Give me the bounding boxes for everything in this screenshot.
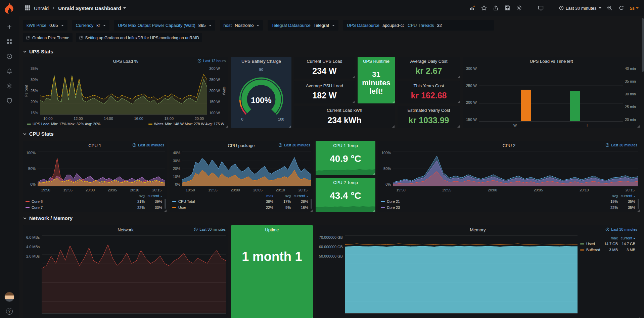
- panel-header[interactable]: Estimated Yearly Cost: [398, 106, 460, 115]
- legend-col-header[interactable]: avg: [127, 194, 145, 198]
- save-icon[interactable]: [504, 5, 511, 11]
- series-name[interactable]: Watts: [154, 122, 164, 126]
- panel-header[interactable]: UPS Load % Last 12 hours: [23, 57, 228, 65]
- apps-grid-icon[interactable]: [24, 5, 31, 11]
- legend-scrollbar[interactable]: [311, 199, 312, 209]
- cpu-package-chart[interactable]: [182, 151, 311, 186]
- series-name[interactable]: Core 21: [387, 199, 600, 203]
- panel-header[interactable]: CPU 1 Temp: [316, 141, 375, 150]
- alerting-bell-icon[interactable]: [6, 68, 13, 75]
- panel-header[interactable]: CPU 2 Temp: [316, 178, 375, 187]
- legend-row[interactable]: Core 23 22% 35%: [381, 205, 635, 211]
- panel-time-badge[interactable]: Last 30 minutes: [132, 143, 164, 147]
- memory-chart[interactable]: [345, 235, 578, 313]
- variable-value[interactable]: kr: [96, 23, 100, 28]
- plot-area[interactable]: [42, 235, 226, 314]
- dashboards-icon[interactable]: [6, 38, 13, 45]
- cpu-threads-input[interactable]: 32: [437, 23, 490, 28]
- legend-col-header[interactable]: avg: [600, 194, 618, 198]
- panel-title[interactable]: Uptime: [265, 227, 279, 232]
- panel-header[interactable]: Network Last 30 minutes: [23, 225, 228, 234]
- series-name[interactable]: Core 6: [32, 199, 127, 203]
- plot-area[interactable]: [479, 67, 623, 122]
- panel-header[interactable]: Memory Last 30 minutes: [316, 225, 640, 234]
- create-plus-icon[interactable]: [6, 24, 13, 30]
- grafana-logo[interactable]: [3, 2, 16, 15]
- legend-scrollbar[interactable]: [165, 199, 166, 209]
- plot-area[interactable]: [38, 151, 165, 186]
- variable-value[interactable]: 865: [198, 23, 206, 28]
- panel-title[interactable]: UPS Battery Charge: [241, 59, 281, 64]
- refresh-icon[interactable]: [618, 5, 625, 11]
- panel-time-badge[interactable]: Last 30 minutes: [605, 143, 637, 147]
- plot-area[interactable]: [182, 151, 311, 186]
- plot-area[interactable]: [345, 235, 578, 314]
- time-range-picker[interactable]: Last 30 minutes: [559, 6, 601, 11]
- panel-header[interactable]: CPU 1 Last 30 minutes: [23, 141, 167, 150]
- series-name[interactable]: UPS Load: [33, 122, 49, 126]
- panel-title[interactable]: Current Load kWh: [327, 108, 362, 113]
- dashboard-link[interactable]: Grafana Plex Theme: [23, 33, 73, 42]
- panel-title[interactable]: Memory: [470, 227, 486, 232]
- panel-title[interactable]: CPU package: [228, 143, 255, 148]
- panel-title[interactable]: Average PSU Load: [306, 83, 343, 88]
- network-chart[interactable]: [42, 235, 226, 313]
- panel-header[interactable]: This Years Cost: [398, 81, 460, 90]
- explore-compass-icon[interactable]: [6, 53, 13, 60]
- panel-title[interactable]: Estimated Yearly Cost: [407, 108, 450, 113]
- variable-dropdown[interactable]: host Nostromo: [220, 20, 263, 31]
- page-scrollbar[interactable]: [642, 18, 644, 72]
- variable-dropdown[interactable]: Currency kr: [72, 20, 110, 31]
- panel-title[interactable]: Network: [118, 227, 134, 232]
- panel-header[interactable]: Uptime: [231, 225, 313, 234]
- panel-header[interactable]: UPS Load vs Time left: [463, 57, 640, 65]
- variable-dropdown[interactable]: kWh Price 0.65: [23, 20, 67, 31]
- zoom-out-icon[interactable]: [606, 5, 613, 11]
- cpu1-chart[interactable]: [38, 151, 165, 186]
- panel-header[interactable]: Average PSU Load: [294, 81, 355, 90]
- legend-entry[interactable]: Watts Min: 148 W Max: 278 W Avg: 175 W: [148, 122, 224, 126]
- refresh-interval-picker[interactable]: 5s: [630, 6, 639, 11]
- cpu2-chart[interactable]: [393, 151, 638, 186]
- section-header-cpu-stats[interactable]: CPU Stats: [23, 128, 640, 139]
- panel-title[interactable]: CPU 1 Temp: [333, 143, 358, 148]
- plot-area[interactable]: [393, 151, 638, 186]
- panel-header[interactable]: Current Load kWh: [294, 106, 395, 115]
- star-icon[interactable]: [481, 5, 488, 11]
- tv-kiosk-icon[interactable]: [538, 5, 544, 11]
- legend-row[interactable]: Core 6 21% 39%: [26, 198, 162, 205]
- panel-title[interactable]: CPU 2 Temp: [333, 180, 358, 185]
- legend-col-header[interactable]: max: [600, 236, 618, 240]
- panel-title[interactable]: CPU 1: [88, 143, 101, 148]
- panel-header[interactable]: Average Daily Cost: [398, 57, 460, 65]
- legend-row[interactable]: Core 21 19% 35%: [381, 198, 635, 205]
- series-name[interactable]: User: [178, 206, 256, 210]
- panel-title[interactable]: This Years Cost: [413, 83, 444, 88]
- series-name[interactable]: Core 7: [32, 206, 127, 210]
- breadcrumb[interactable]: Unraid: [34, 5, 49, 11]
- ups-load-chart[interactable]: [40, 67, 207, 115]
- variable-value[interactable]: 0.65: [49, 23, 58, 28]
- cpu-threads-field[interactable]: CPU Threads 32: [404, 20, 494, 31]
- panel-title[interactable]: CPU 2: [503, 143, 515, 148]
- legend-col-header[interactable]: current: [145, 194, 162, 198]
- section-header-ups-stats[interactable]: UPS Stats: [23, 46, 640, 57]
- panel-header[interactable]: UPS Runtime: [358, 57, 395, 65]
- configuration-gear-icon[interactable]: [6, 83, 13, 89]
- series-name[interactable]: CPU Total: [178, 199, 256, 203]
- plot-area[interactable]: [40, 67, 207, 115]
- legend-col-header[interactable]: current: [291, 194, 308, 198]
- legend-col-header[interactable]: avg: [273, 194, 291, 198]
- section-header-network-memory[interactable]: Network / Memory: [23, 212, 640, 223]
- bar[interactable]: [570, 91, 580, 121]
- dashboard-link[interactable]: Setting up Grafana and InfluxDB for UPS …: [76, 33, 202, 42]
- legend-row[interactable]: CPU Total 38% 17% 28%: [172, 198, 308, 205]
- legend-row[interactable]: User 22% 9% 16%: [172, 205, 308, 211]
- panel-header[interactable]: CPU 2 Last 30 minutes: [378, 141, 640, 150]
- legend-col-header[interactable]: max: [256, 194, 273, 198]
- share-icon[interactable]: [493, 5, 499, 11]
- panel-time-badge[interactable]: Last 12 hours: [197, 59, 226, 63]
- panel-time-badge[interactable]: Last 30 minutes: [605, 227, 637, 231]
- series-name[interactable]: Used: [586, 242, 600, 246]
- panel-title[interactable]: Current UPS Load: [307, 59, 342, 64]
